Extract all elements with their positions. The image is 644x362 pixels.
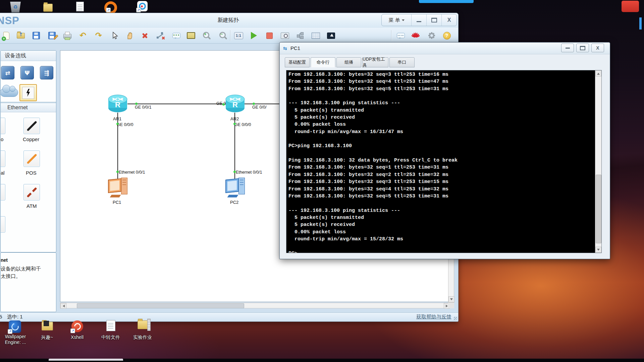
tab-command-line[interactable]: 命令行 [311,57,335,67]
port-label: Ethernet 0/0/1 [236,170,262,175]
interest-folder-icon[interactable] [42,322,53,330]
zoom-in-button[interactable]: + [201,31,212,41]
pc1-titlebar[interactable]: ⇆ PC1 X [280,43,610,54]
link-type-atm-button[interactable] [23,184,40,200]
maximize-button[interactable] [426,14,441,26]
cloud-device-button[interactable] [0,88,18,97]
terminal[interactable]: From 192.168.3.100: bytes=32 seq=3 ttl=2… [286,70,602,253]
origin-ring-icon[interactable]: ↗ [104,1,117,14]
shortcut-badge-icon: ↗ [70,328,75,333]
minimize-button[interactable] [561,44,574,52]
link-type-clipped-button[interactable] [0,184,5,200]
huawei-logo-button[interactable] [410,31,421,41]
window-controls: 菜 单 X [381,14,457,26]
desktop-icon-label[interactable]: 兴趣~ [34,335,60,340]
hscroll-thumb[interactable] [77,303,244,308]
pc-tower-icon [238,178,245,194]
tab-serial[interactable]: 串口 [389,57,415,67]
link-type-clipped-button[interactable] [0,150,5,167]
cli-console-button[interactable] [326,31,336,41]
topology-view-button[interactable] [295,31,306,41]
close-button[interactable]: X [441,14,457,26]
pc-node-pc1[interactable] [107,178,129,198]
scroll-left-button[interactable] [60,303,66,309]
canvas-hscrollbar[interactable] [60,303,450,308]
start-devices-button[interactable] [249,31,259,41]
play-icon [251,32,257,39]
scroll-down-button[interactable] [595,247,601,253]
packet-capture-button[interactable] [279,31,290,41]
taskbar-segment [49,359,123,361]
transfer-doc-icon[interactable] [106,320,115,331]
terminal-scrollbar[interactable] [595,70,601,253]
delete-link-button[interactable] [155,31,166,41]
open-button[interactable]: ↑ [15,31,26,41]
link-type-clipped-button[interactable] [0,216,5,233]
tab-udp-tool[interactable]: UDP发包工具 [362,57,388,67]
note-icon [187,32,195,39]
terminal-output: From 192.168.3.100: bytes=32 seq=3 ttl=2… [286,70,595,253]
tab-multicast[interactable]: 组播 [336,57,361,67]
maximize-button[interactable] [576,44,589,52]
desktop-icon-label[interactable]: Wallpaper Engine: ... [0,334,32,345]
address-table-button[interactable] [310,31,321,41]
redo-button[interactable]: ↷ [93,31,104,41]
pc1-window: ⇆ PC1 X 基础配置 命令行 组播 UDP发包工具 串口 From 192.… [279,42,610,259]
open-folder-icon: ↑ [17,33,25,39]
pan-hand-button[interactable] [124,31,135,41]
router-node-ar2[interactable]: R [225,95,245,114]
link-ar1-ar2[interactable] [127,104,283,104]
homework-folder-icon[interactable] [138,320,149,329]
terminal-scroll-thumb[interactable] [596,175,601,243]
close-button[interactable]: X [591,44,604,52]
print-button[interactable] [62,31,73,41]
launcher-app-icon[interactable]: ↗ [137,1,148,11]
scroll-up-button[interactable] [595,70,601,76]
desktop-icon-label[interactable]: 实验作业 [124,335,161,340]
zoom-out-icon: − [219,31,227,40]
delete-button[interactable] [140,31,150,41]
wlan-category-button[interactable]: Ψ [20,66,34,79]
actual-size-button[interactable]: 1:1 [233,31,244,41]
link-type-pos-button[interactable] [23,150,40,167]
switch-category-button[interactable]: ⇶ [40,66,53,79]
feedback-button[interactable]: —— [395,31,406,41]
router-node-ar1[interactable]: R [108,95,127,114]
router-category-button[interactable]: ⇄ [1,66,14,79]
document-icon[interactable] [76,2,84,11]
menu-button[interactable]: 菜 单 [382,14,411,26]
xshell-icon[interactable]: ↗ [71,320,83,332]
save-as-button[interactable] [47,31,57,41]
folder-icon[interactable] [43,4,53,12]
help-icon: ? [443,32,451,40]
link-type-copper-button[interactable] [23,118,40,134]
undo-button[interactable]: ↶ [77,31,88,41]
svg-text:R: R [232,101,238,109]
pc-monitor-icon [225,178,239,193]
desktop-icon-label[interactable]: 中转文件 [92,335,129,340]
minimize-button[interactable] [411,14,426,26]
shortcut-badge-icon: ↗ [8,329,12,334]
text-comment-button[interactable]: ••• [171,31,182,41]
ethernet-header: Ethernet [1,103,56,112]
stop-devices-button[interactable] [264,31,275,41]
settings-button[interactable] [426,31,437,41]
tab-basic-config[interactable]: 基础配置 [285,57,310,67]
wallpaper-engine-icon[interactable]: ↗ [9,320,21,333]
help-feedback-link[interactable]: 获取帮助与反馈 [416,314,451,320]
scroll-down-button[interactable] [448,296,454,302]
select-pointer-button[interactable] [109,31,120,41]
resize-grip[interactable] [454,317,457,320]
save-button[interactable] [31,31,42,41]
zoom-out-button[interactable]: − [218,31,228,41]
help-button[interactable]: ? [441,31,452,41]
zip-icon [147,319,151,331]
link-type-clipped-button[interactable] [0,118,5,134]
pc-node-pc2[interactable] [225,178,246,198]
link-tool-selected-button[interactable] [19,84,37,101]
new-topology-button[interactable]: + [1,31,12,41]
ensp-titlebar[interactable]: NSP 新建拓扑 菜 单 X [0,13,458,28]
red-app-icon[interactable] [622,1,639,12]
desktop-icon-label[interactable]: Xshell [64,335,91,340]
note-button[interactable] [185,31,196,41]
